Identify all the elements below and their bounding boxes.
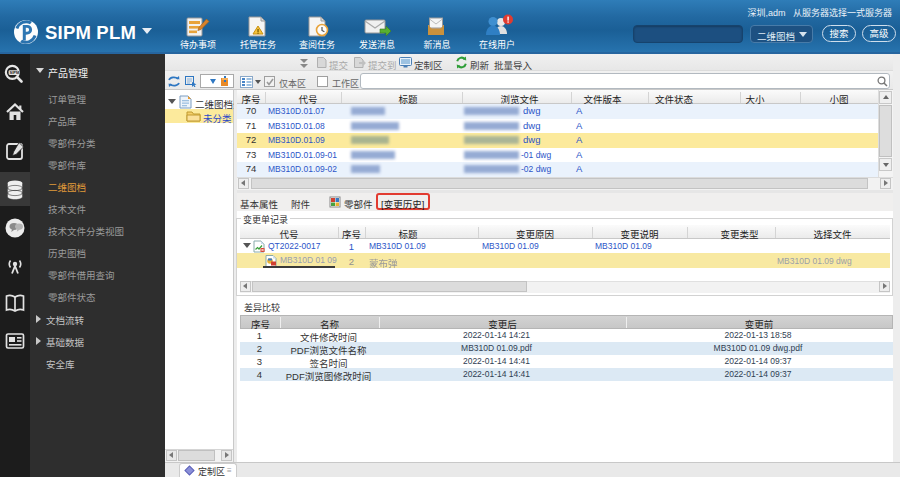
svg-text:SIPM: SIPM	[10, 70, 20, 75]
